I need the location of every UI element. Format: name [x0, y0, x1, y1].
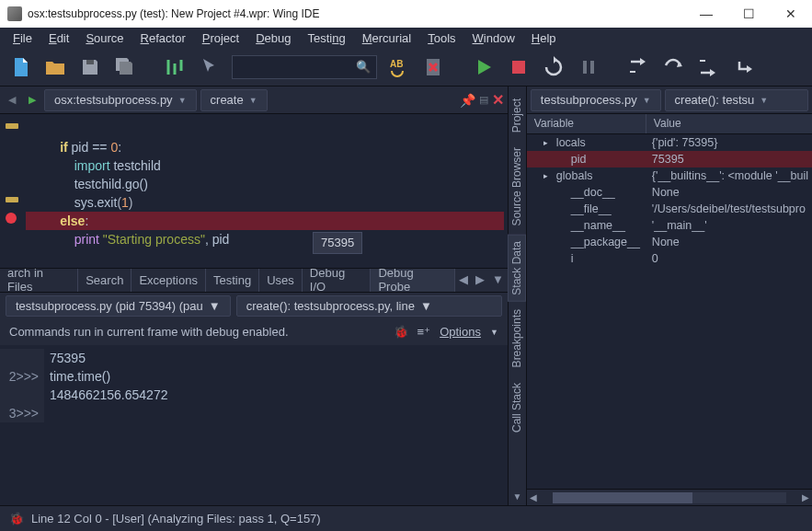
probe-settings-icon[interactable]: ≡⁺ [417, 325, 431, 339]
svg-rect-0 [86, 60, 94, 64]
menu-source[interactable]: Source [78, 29, 131, 47]
sd-frame-dropdown[interactable]: create(): testsu▼ [665, 89, 808, 111]
debug-run-icon[interactable] [471, 54, 497, 80]
sd-process-dropdown[interactable]: testsubprocess.py▼ [531, 89, 661, 111]
menu-debug[interactable]: Debug [248, 29, 298, 47]
tab-close-icon[interactable]: ✕ [492, 91, 504, 109]
status-bug-icon[interactable]: 🐞 [9, 512, 24, 525]
stack-data-tabstrip: testsubprocess.py▼ create(): testsu▼ [527, 87, 812, 114]
chevron-down-icon: ▼ [209, 299, 221, 313]
probe-gutter [0, 349, 44, 367]
menu-edit[interactable]: Edit [41, 29, 76, 47]
tab-menu-icon[interactable]: ▼ [488, 269, 508, 292]
step-over-icon[interactable] [660, 54, 686, 80]
close-button[interactable]: ✕ [770, 0, 812, 28]
menu-window[interactable]: Window [465, 29, 522, 47]
bottom-tabstrip: arch in Files Search Exceptions Testing … [0, 268, 508, 292]
scroll-right-icon[interactable]: ▶ [799, 492, 812, 502]
code-editor[interactable]: if pid == 0: import testchild testchild.… [0, 114, 508, 268]
menu-refactor[interactable]: Refactor [133, 29, 193, 47]
tab-testing[interactable]: Testing [206, 269, 259, 292]
tab-exceptions[interactable]: Exceptions [132, 269, 206, 292]
probe-options[interactable]: Options [440, 325, 481, 339]
save-all-icon[interactable] [112, 54, 138, 80]
probe-prompt: 2>>> [0, 367, 44, 386]
tree-row[interactable]: __name__'__main__' [527, 217, 812, 234]
editor-gutter[interactable] [0, 114, 26, 268]
nav-back-icon[interactable]: ◀ [4, 94, 20, 106]
close-file-icon[interactable] [421, 54, 447, 80]
breakpoint-icon[interactable] [6, 213, 17, 224]
step-out-icon[interactable] [695, 54, 721, 80]
file-tab[interactable]: osx:testsubprocess.py▼ [44, 89, 197, 111]
tab-search[interactable]: Search [78, 269, 132, 292]
sidetab-breakpoints[interactable]: Breakpoints [508, 303, 526, 374]
tree-row[interactable]: i0 [527, 250, 812, 267]
symbol-tab-label: create [211, 93, 244, 107]
menu-file[interactable]: File [6, 29, 40, 47]
tree-header: Variable Value [527, 114, 812, 134]
tree-row-pid[interactable]: pid75395 [527, 151, 812, 167]
tab-scroll-left-icon[interactable]: ◀ [455, 269, 472, 292]
tree-row-globals[interactable]: ▸globals{'__builtins__': <module '__buil [527, 167, 812, 184]
new-file-icon[interactable] [7, 54, 33, 80]
find-replace-icon[interactable]: AB [386, 54, 412, 80]
pin-icon[interactable]: 📌 [460, 93, 475, 108]
frame-dropdown[interactable]: create(): testsubprocess.py, line ▼ [236, 295, 502, 317]
tab-search-in-files[interactable]: arch in Files [0, 269, 78, 292]
right-sidetabs: Project Source Browser Stack Data Breakp… [509, 87, 527, 505]
scroll-left-icon[interactable]: ◀ [527, 492, 540, 502]
expand-icon[interactable]: ▸ [543, 134, 553, 151]
window-title: osx:testsubprocess.py (test): New Projec… [28, 7, 685, 20]
maximize-button[interactable]: ☐ [727, 0, 770, 28]
horizontal-scrollbar[interactable]: ◀ ▶ [527, 489, 812, 505]
expand-icon[interactable]: ▸ [543, 167, 553, 184]
fold-marker-icon[interactable] [6, 197, 18, 202]
debug-pause-icon[interactable] [576, 54, 601, 80]
menu-project[interactable]: Project [195, 29, 246, 47]
sidetab-call-stack[interactable]: Call Stack [508, 376, 526, 439]
col-value[interactable]: Value [646, 114, 689, 133]
menu-help[interactable]: Help [524, 29, 564, 47]
tree-row[interactable]: __file__'/Users/sdeibel/test/testsubpro [527, 201, 812, 217]
fold-marker-icon[interactable] [6, 123, 18, 129]
tab-debug-io[interactable]: Debug I/O [303, 269, 372, 292]
tab-pager-icon[interactable]: ▤ [479, 94, 488, 106]
menu-testing[interactable]: Testing [301, 29, 353, 47]
svg-rect-6 [512, 61, 525, 74]
symbol-tab[interactable]: create▼ [200, 89, 268, 111]
save-icon[interactable] [77, 54, 103, 80]
sidetab-stack-data[interactable]: Stack Data [508, 235, 526, 302]
tab-debug-probe[interactable]: Debug Probe [371, 269, 455, 292]
tab-scroll-right-icon[interactable]: ▶ [472, 269, 488, 292]
debug-probe[interactable]: 75395 2>>>time.time() 1484662156.654272 … [0, 345, 508, 506]
search-input[interactable]: 🔍 [232, 55, 377, 79]
sidetab-source-browser[interactable]: Source Browser [508, 141, 526, 232]
code-content: if pid == 0: import testchild testchild.… [31, 120, 504, 268]
probe-bug-icon[interactable]: 🐞 [394, 325, 408, 339]
process-dropdown[interactable]: testsubprocess.py (pid 75394) (pau▼ [6, 295, 231, 317]
tree-row[interactable]: __doc__None [527, 184, 812, 201]
tree-row-locals[interactable]: ▸locals{'pid': 75395} [527, 134, 812, 151]
variable-tree[interactable]: ▸locals{'pid': 75395} pid75395 ▸globals{… [527, 134, 812, 489]
debug-restart-icon[interactable] [541, 54, 566, 80]
tree-row[interactable]: __package__None [527, 234, 812, 250]
tab-uses[interactable]: Uses [259, 269, 303, 292]
debug-stop-icon[interactable] [506, 54, 532, 80]
scroll-thumb[interactable] [553, 492, 692, 503]
chevron-down-icon: ▼ [249, 96, 257, 105]
col-variable[interactable]: Variable [527, 114, 646, 133]
indent-guide-icon[interactable] [162, 54, 188, 80]
menu-tools[interactable]: Tools [420, 29, 463, 47]
open-folder-icon[interactable] [42, 54, 68, 80]
pointer-icon[interactable] [197, 54, 223, 80]
sidetab-project[interactable]: Project [508, 92, 526, 139]
menu-mercurial[interactable]: Mercurial [355, 29, 418, 47]
step-return-icon[interactable] [730, 54, 756, 80]
step-into-icon[interactable] [625, 54, 651, 80]
sidetab-menu-icon[interactable]: ▼ [509, 488, 525, 505]
status-text: Line 12 Col 0 - [User] (Analyzing Files:… [31, 512, 321, 525]
svg-rect-8 [590, 61, 594, 74]
nav-fwd-icon[interactable]: ▶ [24, 94, 40, 106]
minimize-button[interactable]: — [685, 0, 727, 28]
